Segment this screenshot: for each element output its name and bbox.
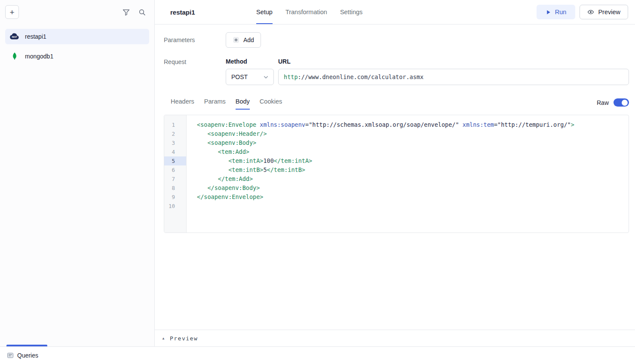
queries-tab-indicator bbox=[6, 345, 47, 346]
code-line bbox=[197, 202, 629, 211]
code-line: <tem:Add> bbox=[197, 147, 629, 156]
raw-toggle[interactable] bbox=[614, 98, 629, 107]
code-line: </soapenv:Envelope> bbox=[197, 193, 629, 202]
line-number: 4 bbox=[164, 147, 186, 156]
preview-panel-toggle[interactable]: ▲ Preview bbox=[155, 330, 635, 346]
toggle-knob bbox=[622, 100, 628, 106]
line-number: 9 bbox=[164, 193, 186, 202]
code-line: </soapenv:Body> bbox=[197, 184, 629, 193]
filter-icon[interactable] bbox=[123, 9, 130, 16]
add-parameter-button[interactable]: Add bbox=[226, 32, 261, 48]
method-select[interactable]: POST bbox=[226, 69, 274, 85]
main-panel: restapi1 SetupTransformationSettings Run… bbox=[155, 0, 635, 346]
line-number: 1 bbox=[164, 120, 186, 129]
chevron-down-icon bbox=[263, 74, 269, 80]
request-row: Request Method POST URL http://www.dneon… bbox=[164, 58, 629, 85]
url-label: URL bbox=[278, 58, 629, 65]
search-icon[interactable] bbox=[138, 9, 146, 16]
tab-transformation[interactable]: Transformation bbox=[285, 0, 327, 24]
url-scheme: http bbox=[284, 73, 298, 80]
add-parameter-label: Add bbox=[243, 37, 254, 43]
header-actions: Run Preview bbox=[537, 0, 628, 24]
url-input[interactable]: http://www.dneonline.com/calculator.asmx bbox=[278, 69, 629, 85]
code-line: <tem:intA>100</tem:intA> bbox=[197, 156, 629, 165]
code-line: </tem:Add> bbox=[197, 174, 629, 184]
editor-gutter: 12345678910 bbox=[164, 115, 187, 232]
subtab-body[interactable]: Body bbox=[236, 98, 250, 110]
chevron-up-icon: ▲ bbox=[162, 336, 165, 340]
app: + RESTrestapi1mongodb1 restapi1 SetupTra… bbox=[0, 0, 635, 364]
tab-settings[interactable]: Settings bbox=[340, 0, 362, 24]
play-icon bbox=[546, 9, 551, 15]
line-number: 7 bbox=[164, 174, 186, 184]
line-number: 8 bbox=[164, 184, 186, 193]
line-number: 2 bbox=[164, 129, 186, 138]
method-label: Method bbox=[226, 58, 274, 65]
eye-icon bbox=[587, 9, 594, 15]
run-button-label: Run bbox=[555, 9, 567, 15]
add-query-button[interactable]: + bbox=[5, 5, 19, 19]
parameters-row: Parameters Add bbox=[164, 32, 629, 48]
url-rest: ://www.dneonline.com/calculator.asmx bbox=[298, 73, 424, 80]
sidebar-item-label: restapi1 bbox=[25, 33, 46, 40]
code-line: <tem:intB>5</tem:intB> bbox=[197, 165, 629, 174]
setup-content: Parameters Add Request Method POST bbox=[155, 24, 635, 330]
code-line: <soapenv:Body> bbox=[197, 138, 629, 147]
line-number: 6 bbox=[164, 165, 186, 174]
queries-icon bbox=[7, 352, 14, 359]
bottom-bar: Queries bbox=[0, 346, 635, 364]
mongodb-icon bbox=[9, 52, 20, 61]
tab-setup[interactable]: Setup bbox=[256, 0, 273, 24]
sidebar-item-label: mongodb1 bbox=[25, 53, 53, 60]
restapi-icon: REST bbox=[9, 33, 20, 40]
body-code-editor[interactable]: 12345678910 <soapenv:Envelope xmlns:soap… bbox=[164, 115, 629, 233]
raw-toggle-group: Raw bbox=[597, 98, 629, 109]
editor-code-area: <soapenv:Envelope xmlns:soapenv="http://… bbox=[187, 115, 629, 232]
request-subtabs: HeadersParamsBodyCookies bbox=[171, 98, 292, 110]
preview-button-label: Preview bbox=[598, 9, 620, 15]
request-subtabs-row: HeadersParamsBodyCookies Raw bbox=[164, 98, 629, 110]
parameters-label: Parameters bbox=[164, 37, 226, 43]
subtab-params[interactable]: Params bbox=[204, 98, 226, 110]
code-line: <soapenv:Header/> bbox=[197, 129, 629, 138]
sidebar-item-mongodb1[interactable]: mongodb1 bbox=[5, 49, 149, 64]
plus-square-icon bbox=[233, 37, 239, 43]
method-value: POST bbox=[231, 73, 248, 80]
header-tabs: SetupTransformationSettings bbox=[256, 0, 362, 24]
sidebar-toolbar: + bbox=[0, 0, 154, 24]
preview-button[interactable]: Preview bbox=[580, 5, 628, 19]
sidebar: + RESTrestapi1mongodb1 bbox=[0, 0, 155, 346]
svg-text:REST: REST bbox=[12, 36, 17, 38]
queries-tab-label: Queries bbox=[17, 352, 38, 359]
queries-tab[interactable]: Queries bbox=[7, 352, 38, 359]
url-column: URL http://www.dneonline.com/calculator.… bbox=[278, 58, 629, 85]
subtab-cookies[interactable]: Cookies bbox=[260, 98, 282, 110]
raw-label: Raw bbox=[597, 99, 609, 106]
code-line: <soapenv:Envelope xmlns:soapenv="http://… bbox=[197, 120, 629, 129]
request-label: Request bbox=[164, 58, 226, 65]
query-header: restapi1 SetupTransformationSettings Run… bbox=[155, 0, 635, 24]
method-column: Method POST bbox=[226, 58, 274, 85]
line-number: 10 bbox=[164, 202, 186, 211]
preview-panel-label: Preview bbox=[170, 335, 198, 342]
run-button[interactable]: Run bbox=[537, 5, 576, 19]
sidebar-item-restapi1[interactable]: RESTrestapi1 bbox=[5, 29, 149, 44]
line-number: 3 bbox=[164, 138, 186, 147]
main-row: + RESTrestapi1mongodb1 restapi1 SetupTra… bbox=[0, 0, 635, 346]
page-title: restapi1 bbox=[170, 0, 256, 24]
query-list: RESTrestapi1mongodb1 bbox=[0, 24, 154, 346]
subtab-headers[interactable]: Headers bbox=[171, 98, 194, 110]
line-number: 5 bbox=[164, 156, 186, 165]
